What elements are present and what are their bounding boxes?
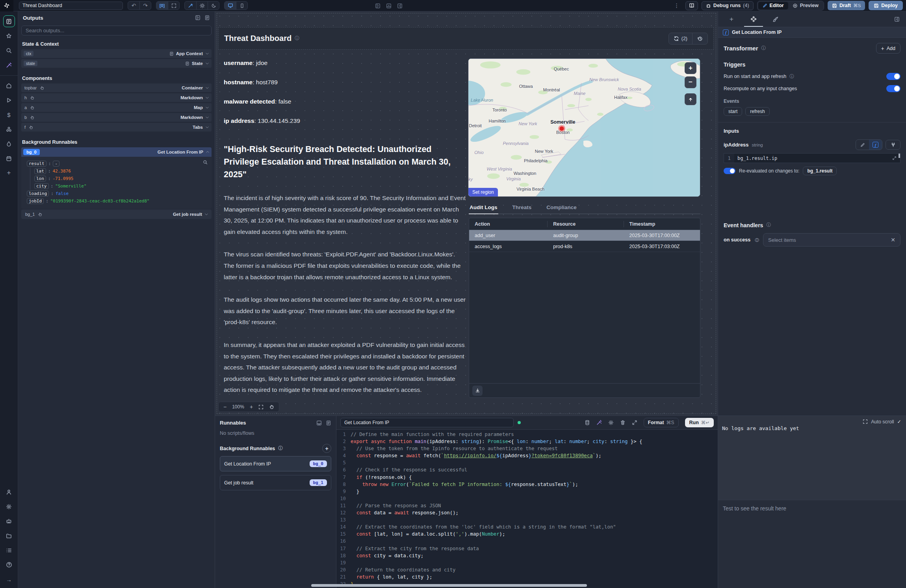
table-row[interactable]: add_useraudit-group2025-03-30T17:00:00Z [469, 230, 700, 241]
map-zoom-out-button[interactable]: − [685, 76, 696, 88]
column-header-timestamp[interactable]: Timestamp [624, 221, 700, 227]
app-title-input[interactable] [19, 2, 123, 10]
code-line[interactable]: 21 return { lon, lat, city }; [336, 573, 718, 581]
undo-button[interactable]: ↶ [128, 1, 139, 10]
mobile-view-button[interactable] [236, 1, 247, 10]
column-header-action[interactable]: Action [469, 221, 548, 227]
docs-icon[interactable] [326, 420, 331, 426]
on-success-select[interactable]: Select items ✕ [763, 233, 900, 247]
save-draft-button[interactable]: Draft ⌘S [828, 1, 865, 10]
component-row-topbar[interactable]: topbarContainer [21, 83, 212, 92]
event-chip-start[interactable]: start [724, 107, 742, 116]
audit-logs-table[interactable]: ActionResourceTimestamp add_useraudit-gr… [469, 218, 700, 398]
event-chip-refresh[interactable]: refresh [745, 107, 769, 116]
code-line[interactable]: 5 [336, 459, 718, 466]
settings-tab[interactable] [743, 11, 765, 27]
docs-button[interactable] [685, 1, 698, 10]
expr-expand-icon[interactable] [892, 156, 897, 160]
code-line[interactable]: 8 throw new Error(`Failed to fetch IP in… [336, 481, 718, 488]
deploy-button[interactable]: Deploy [869, 1, 903, 10]
tab-audit-logs[interactable]: Audit Logs [469, 202, 498, 213]
collapse-right-panel-icon[interactable] [397, 3, 403, 9]
editor-mode-button[interactable]: Editor [758, 2, 788, 9]
preview-mode-button[interactable]: Preview [788, 2, 823, 9]
zoom-out-button[interactable]: − [223, 404, 226, 410]
input-expression-editor[interactable]: 1 bg_1.result.ip [724, 153, 900, 163]
chevron-down-icon[interactable] [205, 61, 209, 65]
component-row-a[interactable]: aMap [21, 103, 212, 112]
code-line[interactable]: 2export async function main(ipAddress: s… [336, 438, 718, 445]
markdown-field[interactable]: hostname: host789 [224, 79, 460, 98]
ai-gen-icon[interactable] [596, 420, 602, 425]
markdown-field[interactable]: malware detected: false [224, 98, 460, 117]
more-menu-button[interactable]: ⋮ [672, 2, 682, 9]
collapse-bottom-panel-icon[interactable] [386, 3, 392, 9]
code-line[interactable]: 7 if (!response.ok) { [336, 474, 718, 481]
code-line[interactable]: 11 // Parse the response as JSON [336, 502, 718, 509]
map-zoom-in-button[interactable]: + [685, 62, 696, 74]
code-line[interactable]: 1// Define the main function with the re… [336, 431, 718, 438]
reeval-target-chip[interactable]: bg_1.result [803, 167, 837, 175]
dark-theme-button[interactable] [208, 1, 219, 10]
collapse-panel-icon[interactable] [195, 15, 201, 20]
runnable-name-input[interactable] [340, 418, 514, 427]
grid-lines-toggle[interactable]: [0] [156, 1, 168, 10]
code-line[interactable]: 3 // Use the token from the Ipinfo resou… [336, 445, 718, 452]
map-reset-view-button[interactable] [685, 93, 696, 105]
component-row-h[interactable]: hMarkdown [21, 93, 212, 102]
add-transformer-button[interactable]: + Add [876, 43, 900, 54]
chevron-up-icon[interactable] [206, 150, 210, 154]
outputs-search-input[interactable] [21, 26, 212, 35]
favorites-nav-item[interactable] [3, 30, 15, 42]
redo-button[interactable]: ↷ [139, 1, 151, 10]
collapse-left-panel-icon[interactable] [375, 3, 381, 9]
app-editor-nav-item[interactable] [3, 15, 15, 27]
column-header-resource[interactable]: Resource [548, 221, 624, 227]
horizontal-scrollbar[interactable] [311, 584, 587, 587]
component-row-f[interactable]: fTabs [21, 123, 212, 132]
table-row[interactable]: access_logsprod-k8s2025-03-30T17:03:00Z [469, 241, 700, 252]
doc-list-icon[interactable] [204, 15, 210, 20]
tab-threats[interactable]: Threats [512, 202, 533, 213]
set-region-button[interactable]: Set region [468, 188, 498, 197]
component-row-b[interactable]: bMarkdown [21, 113, 212, 122]
output-row-ctx[interactable]: ctxApp Context [21, 49, 212, 58]
collapse-bottom-icon[interactable] [316, 420, 322, 426]
runnable-item[interactable]: Get Location From IPbg_0 [220, 456, 331, 471]
delete-icon[interactable] [620, 420, 626, 425]
markdown-field[interactable]: username: jdoe [224, 59, 460, 79]
code-area[interactable]: 1// Define the main function with the re… [336, 430, 718, 588]
code-line[interactable]: 9 } [336, 488, 718, 495]
home-nav-item[interactable] [3, 80, 15, 91]
json-key-jobid[interactable]: jobId [27, 198, 44, 204]
insert-component-tab[interactable]: + [720, 11, 743, 27]
expand-editor-icon[interactable] [632, 420, 637, 425]
code-line[interactable]: 13 [336, 516, 718, 523]
search-nav-item[interactable] [3, 45, 15, 56]
pan-hand-button[interactable] [269, 404, 274, 410]
expr-mode-button[interactable]: f [869, 140, 882, 150]
markdown-field[interactable]: ip address: 130.44.145.239 [224, 117, 460, 137]
chevron-down-icon[interactable] [205, 86, 209, 90]
incident-summary[interactable]: The incident is of high severity with a … [224, 193, 466, 407]
code-line[interactable]: 16 [336, 538, 718, 545]
app-refresh-button[interactable]: (2) [669, 33, 692, 44]
create-nav-item[interactable]: + [3, 167, 15, 179]
fit-view-button[interactable] [258, 404, 264, 410]
table-download-button[interactable] [472, 386, 483, 396]
format-button[interactable]: Format ⌘S [644, 418, 679, 427]
light-theme-button[interactable] [196, 1, 208, 10]
cache-icon[interactable] [585, 420, 590, 425]
reeval-toggle[interactable] [724, 168, 735, 174]
windmill-logo[interactable] [0, 0, 13, 11]
app-canvas[interactable]: Threat Dashboard ⓘ (2) username: jdoehos… [215, 11, 718, 415]
app-history-button[interactable] [692, 33, 707, 44]
desktop-view-button[interactable] [225, 1, 236, 10]
code-line[interactable]: 15 const [lat, lon] = data.loc.split(','… [336, 530, 718, 538]
code-line[interactable]: 14 // Extract the coordinates from the '… [336, 523, 718, 530]
bg0-output-row[interactable]: bg_0 Get Location From IP [21, 147, 212, 157]
code-line[interactable]: 18 const city = data.city; [336, 552, 718, 559]
user-nav-item[interactable] [3, 486, 15, 498]
markdown-fields[interactable]: username: jdoehostname: host789malware d… [224, 59, 460, 137]
clear-select-icon[interactable]: ✕ [891, 237, 895, 243]
